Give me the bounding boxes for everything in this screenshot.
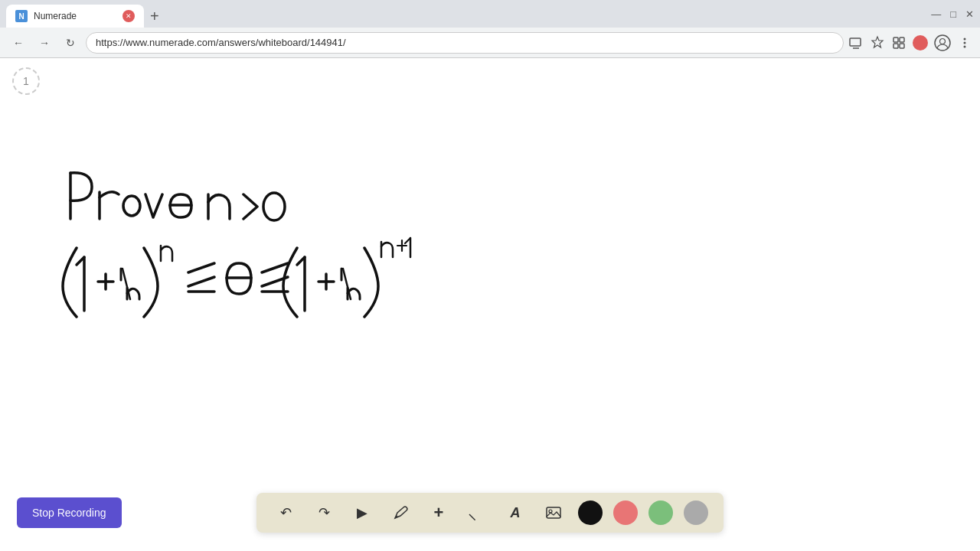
math-content: [31, 150, 658, 318]
screencast-icon[interactable]: [848, 35, 864, 51]
stop-recording-btn[interactable]: Stop Recording: [17, 497, 122, 528]
address-bar[interactable]: https://www.numerade.com/answers/whitebo…: [86, 32, 844, 54]
svg-point-9: [964, 37, 966, 40]
recording-indicator: [913, 35, 928, 51]
back-btn[interactable]: ←: [8, 32, 29, 54]
svg-rect-0: [850, 38, 861, 46]
select-btn[interactable]: ▶: [348, 499, 376, 527]
page-badge: 1: [12, 67, 40, 95]
svg-rect-4: [900, 37, 904, 42]
tab-bar: N Numerade ✕ +: [6, 0, 165, 28]
add-btn[interactable]: +: [425, 499, 452, 527]
image-icon: [545, 504, 562, 521]
tab-close-btn[interactable]: ✕: [122, 10, 135, 22]
svg-marker-2: [872, 37, 883, 47]
pen-icon: [392, 504, 409, 521]
svg-point-12: [123, 196, 140, 216]
eraser-btn[interactable]: ⎯: [458, 494, 497, 533]
tab-title: Numerade: [34, 11, 116, 21]
color-red[interactable]: [613, 500, 638, 525]
browser-frame: N Numerade ✕ + — □ ✕ ← → ↻ https://www.n…: [0, 0, 980, 551]
redo-btn[interactable]: ↷: [310, 499, 338, 527]
content-area: 1: [0, 58, 980, 551]
pen-btn[interactable]: [387, 499, 414, 527]
undo-btn[interactable]: ↶: [272, 499, 299, 527]
svg-point-11: [964, 45, 966, 47]
extension-icon[interactable]: [891, 35, 906, 51]
text-btn[interactable]: A: [501, 499, 529, 527]
title-bar: N Numerade ✕ + — □ ✕: [0, 0, 980, 28]
nav-bar: ← → ↻ https://www.numerade.com/answers/w…: [0, 28, 980, 58]
bookmark-icon[interactable]: [870, 35, 885, 51]
svg-rect-6: [900, 44, 904, 48]
minimize-btn[interactable]: —: [931, 8, 941, 20]
toolbar: ↶ ↷ ▶ + ⎯ A: [256, 493, 724, 533]
profile-icon[interactable]: [934, 34, 951, 51]
refresh-btn[interactable]: ↻: [60, 32, 81, 54]
window-controls: — □ ✕: [931, 8, 974, 20]
svg-rect-3: [893, 37, 898, 42]
maximize-btn[interactable]: □: [950, 8, 956, 20]
svg-point-10: [964, 41, 966, 44]
new-tab-btn[interactable]: +: [144, 5, 165, 28]
color-green[interactable]: [648, 500, 673, 525]
color-gray[interactable]: [684, 500, 708, 525]
svg-rect-14: [547, 507, 560, 518]
svg-point-13: [263, 193, 285, 220]
tab-favicon: N: [15, 10, 28, 22]
active-tab[interactable]: N Numerade ✕: [6, 5, 144, 28]
image-btn[interactable]: [540, 499, 567, 527]
color-black[interactable]: [578, 500, 603, 525]
forward-btn[interactable]: →: [34, 32, 55, 54]
nav-icons: [848, 34, 972, 51]
svg-rect-5: [893, 44, 898, 48]
svg-point-8: [940, 38, 946, 44]
menu-icon[interactable]: [957, 35, 972, 51]
close-btn[interactable]: ✕: [965, 8, 974, 20]
